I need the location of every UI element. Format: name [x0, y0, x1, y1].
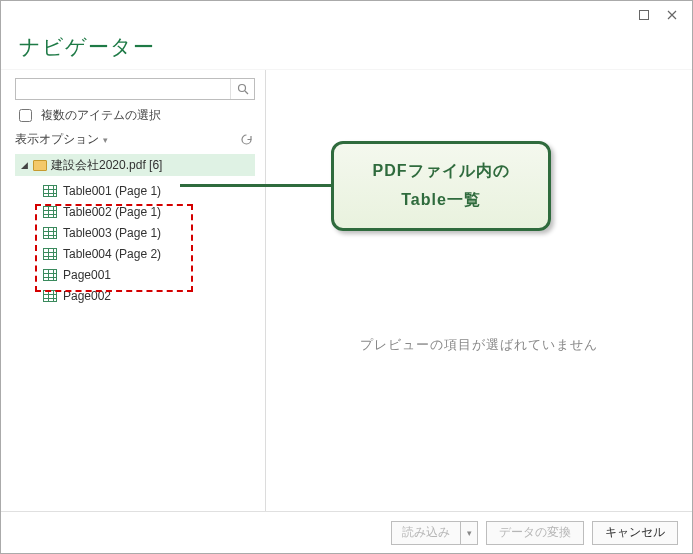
title-area: ナビゲーター [1, 29, 692, 69]
dialog-title: ナビゲーター [19, 33, 674, 61]
search-input[interactable] [16, 79, 230, 99]
cancel-label: キャンセル [605, 524, 665, 541]
load-split-button: 読み込み ▾ [391, 521, 478, 545]
multi-select-label: 複数のアイテムの選択 [41, 107, 161, 124]
svg-point-1 [238, 85, 245, 92]
callout-connector [180, 184, 334, 187]
navigator-dialog: ナビゲーター 複数のアイテムの選択 表示オプション ▾ [0, 0, 693, 554]
cancel-button[interactable]: キャンセル [592, 521, 678, 545]
content-area: 複数のアイテムの選択 表示オプション ▾ ◢ 建設会社2020.pdf [6] … [1, 69, 692, 511]
tree-children: Table001 (Page 1)Table002 (Page 1)Table0… [15, 180, 255, 306]
multi-select-row[interactable]: 複数のアイテムの選択 [15, 106, 255, 125]
load-button[interactable]: 読み込み [391, 521, 460, 545]
tree-item[interactable]: Table003 (Page 1) [15, 222, 255, 243]
callout-line1: PDFファイル内の [373, 161, 510, 182]
maximize-icon[interactable] [630, 5, 658, 25]
titlebar [1, 1, 692, 29]
tree-root-label: 建設会社2020.pdf [6] [51, 157, 162, 174]
table-icon [43, 185, 57, 197]
display-options[interactable]: 表示オプション ▾ [15, 131, 255, 148]
expand-icon[interactable]: ◢ [19, 160, 29, 170]
search-icon[interactable] [230, 79, 254, 99]
footer: 読み込み ▾ データの変換 キャンセル [1, 511, 692, 553]
multi-select-checkbox[interactable] [19, 109, 32, 122]
search-row [15, 78, 255, 100]
callout: PDFファイル内の Table一覧 [331, 141, 551, 231]
tree-item-label: Table002 (Page 1) [63, 205, 161, 219]
table-icon [43, 248, 57, 260]
tree-item-label: Table001 (Page 1) [63, 184, 161, 198]
table-icon [43, 269, 57, 281]
refresh-icon[interactable] [240, 133, 253, 146]
tree-root[interactable]: ◢ 建設会社2020.pdf [6] [15, 154, 255, 176]
transform-button[interactable]: データの変換 [486, 521, 584, 545]
table-icon [43, 290, 57, 302]
tree-item[interactable]: Table004 (Page 2) [15, 243, 255, 264]
preview-empty-text: プレビューの項目が選ばれていません [360, 336, 598, 354]
tree-item-label: Page001 [63, 268, 111, 282]
tree-item[interactable]: Page002 [15, 285, 255, 306]
table-icon [43, 227, 57, 239]
chevron-down-icon: ▾ [103, 135, 108, 145]
folder-icon [33, 160, 47, 171]
tree-item-label: Page002 [63, 289, 111, 303]
callout-line2: Table一覧 [401, 190, 481, 211]
display-options-label: 表示オプション [15, 131, 99, 148]
preview-pane: プレビューの項目が選ばれていません [265, 70, 692, 511]
tree-item[interactable]: Table002 (Page 1) [15, 201, 255, 222]
close-icon[interactable] [658, 5, 686, 25]
table-icon [43, 206, 57, 218]
svg-rect-0 [640, 11, 649, 20]
tree-item[interactable]: Page001 [15, 264, 255, 285]
left-pane: 複数のアイテムの選択 表示オプション ▾ ◢ 建設会社2020.pdf [6] … [1, 70, 261, 511]
transform-label: データの変換 [499, 524, 571, 541]
tree-item-label: Table003 (Page 1) [63, 226, 161, 240]
load-dropdown[interactable]: ▾ [460, 521, 478, 545]
tree: ◢ 建設会社2020.pdf [6] Table001 (Page 1)Tabl… [15, 154, 255, 306]
tree-item-label: Table004 (Page 2) [63, 247, 161, 261]
load-label: 読み込み [402, 524, 450, 541]
